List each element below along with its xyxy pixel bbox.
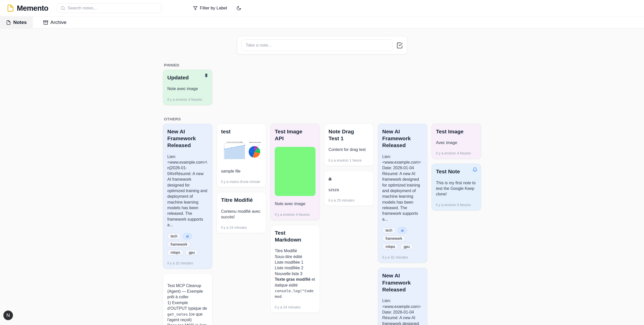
moon-icon [236,6,241,11]
note-title: Test Note [436,168,477,175]
note-body: Lien: <www.example.com> Date: 2026-01-04… [382,298,423,325]
note-card-note-drag-test-1[interactable]: Note Drag Test 1Content for drag testil … [324,124,374,166]
notes-column-1: New AI Framework ReleasedLien: <www.exam… [163,124,212,325]
pin-icon [204,73,209,79]
svg-text:25.8%: 25.8% [255,154,257,155]
pinned-notes-row: UpdatedNote avec imageil y a environ 4 h… [163,70,481,105]
note-tag-framework[interactable]: framework [167,241,190,247]
svg-text:Consulting: Consulting [256,145,259,146]
filter-by-label-button[interactable]: Filter by Label [193,6,227,11]
archive-box-icon [43,20,48,25]
search-input[interactable] [68,6,158,11]
note-title: test [221,128,262,135]
tab-archive[interactable]: Archive [37,17,73,28]
note-tag-ai[interactable]: ai [398,227,407,233]
svg-text:10.1%: 10.1% [255,148,257,149]
note-title: Note Drag Test 1 [328,128,369,142]
notes-file-icon [6,20,11,25]
note-tag-tech[interactable]: tech [167,233,181,239]
note-timestamp: il y a environ 4 heures [167,97,208,102]
note-body: Avec image [436,140,477,146]
note-card-test-image-api[interactable]: Test Image APINote avec imageil y a envi… [270,124,320,220]
note-image-chart-area: Croissance Trimestrielle du CA (M€)CA (M… [221,140,245,163]
note-tag-framework[interactable]: framework [382,235,405,242]
note-timestamp: il y a 25 minutes [328,198,369,202]
note-timestamp: il y a environ 4 heures [275,213,316,217]
note-title: New AI Framework Released [382,128,423,149]
notes-column-2: testCroissance Trimestrielle du CA (M€)C… [217,124,266,233]
take-note-input[interactable] [241,39,392,51]
note-body: Lien: <www.example.com>\n[2026-01-04\nRé… [167,154,208,228]
note-title: New AI Framework Released [167,128,208,149]
notes-column-3: Test Image APINote avec imageil y a envi… [270,124,320,313]
note-card-a[interactable]: aszszail y a 25 minutes [324,171,374,206]
note-card-untitled[interactable]: Test MCP Cleanup (Agent) — Exemple prêt … [163,274,212,325]
note-card-test-note[interactable]: Test NoteThis is my first note to test t… [432,164,481,210]
tab-bar: Notes Archive [0,17,644,29]
new-checklist-button[interactable] [396,42,403,48]
note-card-new-ai-framework-released[interactable]: New AI Framework ReleasedLien: <www.exam… [378,268,427,325]
note-tag-gpu[interactable]: gpu [400,244,413,250]
search-box[interactable] [57,3,162,13]
nextjs-dev-badge[interactable]: N [3,310,13,320]
search-icon [61,6,65,10]
note-card-test[interactable]: testCroissance Trimestrielle du CA (M€)C… [217,124,266,188]
reminder-button[interactable] [472,167,477,173]
note-title: Test Markdown [275,229,316,243]
check-square-icon [396,42,403,48]
note-title: Updated [167,74,208,81]
note-body: Titre Modifié Sous-titre édité Liste mod… [275,248,316,300]
main-content: PINNED UpdatedNote avec imageil y a envi… [0,36,644,325]
tab-archive-label: Archive [50,20,66,25]
note-body: This is my first note to test the Google… [436,180,477,197]
note-tag-mlops[interactable]: mlops [167,249,183,256]
note-tags: techaiframeworkmlopsgpu [382,227,423,250]
note-timestamp: il y a environ 4 heures [436,151,477,155]
note-card-new-ai-framework-released[interactable]: New AI Framework ReleasedLien: <www.exam… [378,124,427,263]
note-image-chart-pie: Répartition des Revenus 202410.1%Consult… [247,140,263,162]
note-logo-icon [7,4,14,12]
filter-by-label-text: Filter by Label [200,6,227,11]
svg-text:Répartition des Revenus 2024: Répartition des Revenus 2024 [249,142,261,143]
filter-funnel-icon [193,6,198,10]
note-image [275,147,316,196]
note-card-updated[interactable]: UpdatedNote avec imageil y a environ 4 h… [163,70,212,105]
notes-column-6: Test ImageAvec imageil y a environ 4 heu… [432,124,481,210]
note-body: Note avec image [167,86,208,92]
tab-notes-label: Notes [13,20,27,25]
note-card-test-markdown[interactable]: Test MarkdownTitre Modifié Sous-titre éd… [270,225,320,313]
note-image-attachments: Croissance Trimestrielle du CA (M€)CA (M… [221,140,262,163]
note-title: Test Image [436,128,477,135]
notes-column-5: New AI Framework ReleasedLien: <www.exam… [378,124,427,325]
pin-button[interactable] [204,73,209,79]
note-card-titre-modifi[interactable]: Titre ModifiéContenu modifié avec succès… [217,192,266,233]
pinned-section-label: PINNED [164,63,480,67]
note-title: Titre Modifié [221,196,262,203]
note-timestamp: il y a environ 5 heures [436,203,477,207]
tab-notes[interactable]: Notes [0,17,33,28]
note-card-new-ai-framework-released[interactable]: New AI Framework ReleasedLien: <www.exam… [163,124,212,269]
note-title: a [328,175,369,182]
note-timestamp: il y a 24 minutes [221,225,262,230]
note-timestamp: il y a 32 minutes [167,261,208,265]
svg-text:Services: Services [258,158,260,158]
note-timestamp: il y a moins d'une minute [221,180,262,184]
note-tag-ai[interactable]: ai [183,233,192,239]
note-timestamp: il y a environ 1 heure [328,158,369,162]
note-tag-tech[interactable]: tech [382,227,395,233]
note-tag-gpu[interactable]: gpu [185,249,198,256]
app-title: Memento [17,4,48,12]
note-body: sample file [221,168,262,174]
note-tags: techaiframeworkmlopsgpu [167,233,208,256]
note-title: Test Image API [275,128,316,142]
svg-text:45.2%: 45.2% [250,151,252,152]
note-card-test-image[interactable]: Test ImageAvec imageil y a environ 4 heu… [432,124,481,159]
svg-text:18.9%: 18.9% [257,150,259,151]
svg-text:Croissance Trimestrielle du CA: Croissance Trimestrielle du CA (M€) [226,142,243,143]
svg-text:Licences: Licences [261,149,263,150]
note-tag-mlops[interactable]: mlops [382,244,398,250]
dark-mode-toggle[interactable] [236,6,241,11]
others-notes-grid: New AI Framework ReleasedLien: <www.exam… [163,124,481,325]
others-section-label: OTHERS [164,117,480,121]
note-composer [237,36,407,54]
